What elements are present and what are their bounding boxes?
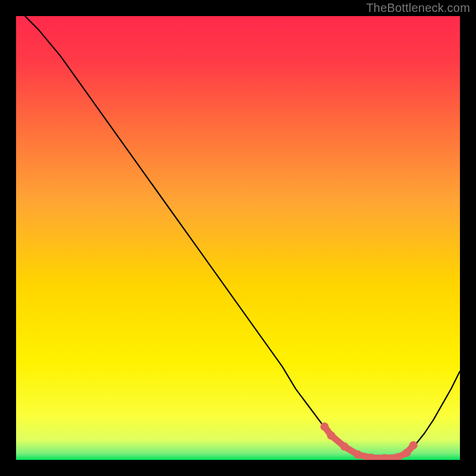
watermark-text: TheBottleneck.com [366,1,470,15]
optimal-range-marker [402,449,411,457]
gradient-background [16,16,460,460]
optimal-range-marker [353,450,362,459]
bottleneck-chart-svg [16,16,460,460]
chart-frame: TheBottleneck.com [0,0,476,476]
optimal-range-marker [340,443,349,451]
optimal-range-marker [327,431,336,440]
optimal-range-marker [409,441,418,449]
optimal-range-marker [320,422,328,431]
plot-area [16,16,460,460]
